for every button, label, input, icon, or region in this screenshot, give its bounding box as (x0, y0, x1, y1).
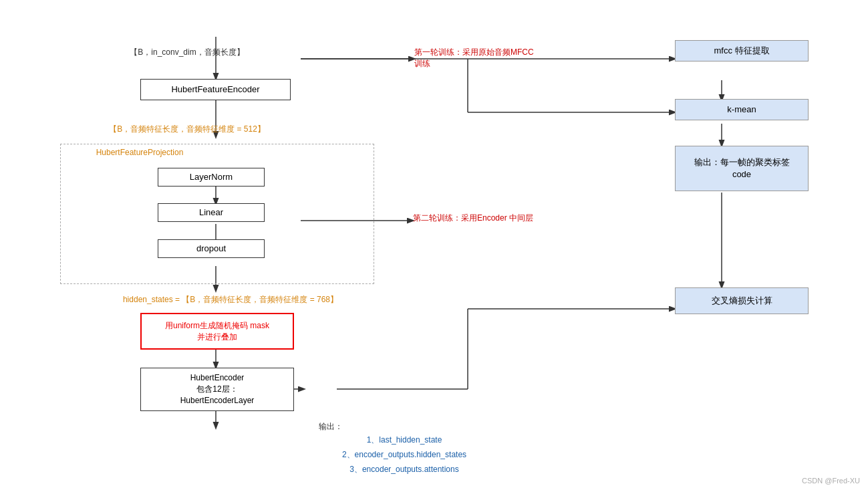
output1-label: 1、last_hidden_state (304, 435, 504, 446)
hubert-feature-encoder-box: HubertFeatureEncoder (140, 79, 291, 100)
hubert-feature-projection-container: HubertFeatureProjection LayerNorm Linear… (60, 144, 374, 284)
dropout-box: dropout (158, 239, 265, 258)
hubert-encoder-box: HubertEncoder包含12层：HubertEncoderLayer (140, 368, 294, 411)
round2-label: 第二轮训练：采用Encoder 中间层 (413, 213, 580, 224)
round1-label: 第一轮训练：采用原始音频MFCC训练 (414, 47, 568, 70)
output3-label: 3、encoder_outputs.attentions (304, 464, 504, 475)
mfcc-box: mfcc 特征提取 (675, 40, 809, 62)
layer-norm-box: LayerNorm (158, 168, 265, 187)
feature-dim-label: 【B，音频特征长度，音频特征维度 = 512】 (70, 124, 304, 135)
diagram-container: 【B，in_conv_dim，音频长度】 HubertFeatureEncode… (0, 0, 868, 490)
input-label: 【B，in_conv_dim，音频长度】 (87, 47, 287, 58)
output2-label: 2、encoder_outputs.hidden_states (304, 449, 504, 461)
cluster-label-box: 输出：每一帧的聚类标签code (675, 146, 809, 191)
hidden-states-label: hidden_states = 【B，音频特征长度，音频特征维度 = 768】 (70, 294, 391, 305)
linear-box: Linear (158, 203, 265, 222)
hubert-feature-projection-label: HubertFeatureProjection (66, 148, 213, 157)
cross-entropy-box: 交叉熵损失计算 (675, 287, 809, 314)
kmean-box: k-mean (675, 99, 809, 120)
mask-box: 用uniform生成随机掩码 mask并进行叠加 (140, 313, 294, 350)
output-label: 输出： (304, 421, 357, 433)
watermark: CSDN @Fred-XU (802, 477, 860, 485)
